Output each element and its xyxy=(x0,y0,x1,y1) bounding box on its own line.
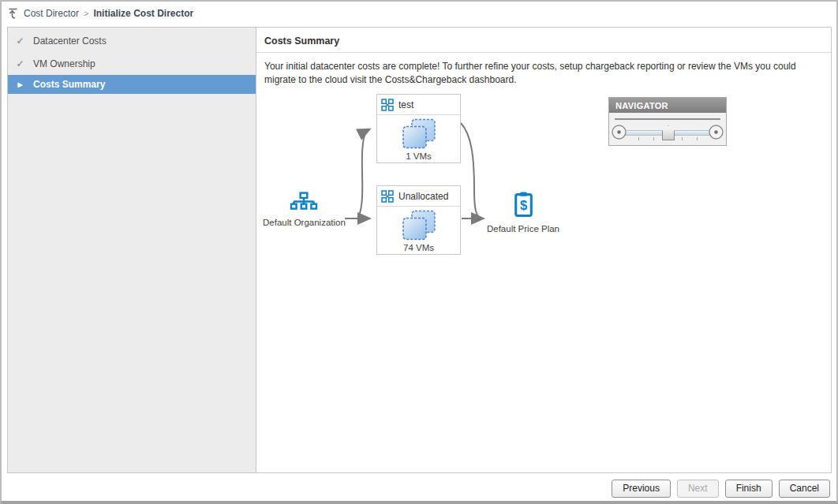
step-vm-ownership[interactable]: ✓ VM Ownership xyxy=(8,52,256,75)
slider-tick xyxy=(682,137,683,140)
wizard-step-list: ✓ Datacenter Costs ✓ VM Ownership ▶ Cost… xyxy=(8,28,256,472)
group-icon xyxy=(381,99,394,111)
group-header: test xyxy=(377,95,460,115)
next-button[interactable]: Next xyxy=(677,480,719,498)
group-body: 74 VMs xyxy=(377,207,460,252)
page-title: Costs Summary xyxy=(256,28,831,53)
price-plan-node[interactable]: $ Default Price Plan xyxy=(484,192,563,233)
wizard-footer: Previous Next Finish Cancel xyxy=(2,476,836,501)
breadcrumb: Cost Director > Initialize Cost Director xyxy=(2,2,836,25)
current-step-arrow-icon: ▶ xyxy=(14,81,26,88)
previous-button[interactable]: Previous xyxy=(612,480,671,498)
price-plan-label: Default Price Plan xyxy=(484,224,563,233)
group-box-test[interactable]: test xyxy=(376,94,461,163)
breadcrumb-separator: > xyxy=(84,9,88,18)
check-icon: ✓ xyxy=(14,35,26,47)
slider-handle[interactable] xyxy=(662,125,675,140)
zoom-out-button[interactable] xyxy=(612,125,627,140)
group-header: Unallocated xyxy=(377,186,460,207)
step-label: Costs Summary xyxy=(33,79,105,90)
up-level-icon[interactable] xyxy=(8,7,19,20)
price-plan-icon: $ xyxy=(513,192,534,218)
step-datacenter-costs[interactable]: ✓ Datacenter Costs xyxy=(8,29,256,52)
finish-button[interactable]: Finish xyxy=(725,480,773,498)
vm-count: 1 VMs xyxy=(406,151,432,161)
breadcrumb-parent-link[interactable]: Cost Director xyxy=(24,8,79,19)
vm-stack-icon xyxy=(400,210,438,242)
step-label: Datacenter Costs xyxy=(33,35,107,47)
check-icon: ✓ xyxy=(14,58,26,69)
slider-tick xyxy=(653,137,654,140)
vm-count: 74 VMs xyxy=(403,243,434,252)
step-costs-summary[interactable]: ▶ Costs Summary xyxy=(8,75,256,94)
slider-tick xyxy=(638,137,639,140)
organization-icon xyxy=(290,192,318,211)
step-label: VM Ownership xyxy=(33,58,95,69)
navigator-panel: NAVIGATOR xyxy=(608,97,727,146)
breadcrumb-current: Initialize Cost Director xyxy=(93,8,193,19)
group-name: Unallocated xyxy=(398,191,448,202)
wizard-frame: ✓ Datacenter Costs ✓ VM Ownership ▶ Cost… xyxy=(7,27,832,473)
vm-stack-icon xyxy=(400,118,438,151)
flow-connectors xyxy=(256,28,831,472)
zoom-in-button[interactable] xyxy=(709,125,724,140)
summary-text: Your initial datacenter costs are comple… xyxy=(264,60,818,88)
slider-tick xyxy=(697,137,698,140)
group-icon xyxy=(381,190,394,203)
cancel-button[interactable]: Cancel xyxy=(779,480,830,498)
organization-node[interactable]: Default Organization xyxy=(263,192,345,227)
dollar-glyph: $ xyxy=(519,198,526,212)
navigator-title: NAVIGATOR xyxy=(609,98,726,113)
zoom-slider[interactable] xyxy=(612,121,724,146)
group-name: test xyxy=(398,99,413,110)
navigator-divider xyxy=(615,118,720,120)
group-body: 1 VMs xyxy=(377,115,460,161)
costs-summary-panel: Costs Summary Your initial datacenter co… xyxy=(256,28,831,472)
group-box-unallocated[interactable]: Unallocated xyxy=(376,185,461,255)
organization-label: Default Organization xyxy=(263,218,345,227)
wizard-window: Cost Director > Initialize Cost Director… xyxy=(0,0,838,504)
